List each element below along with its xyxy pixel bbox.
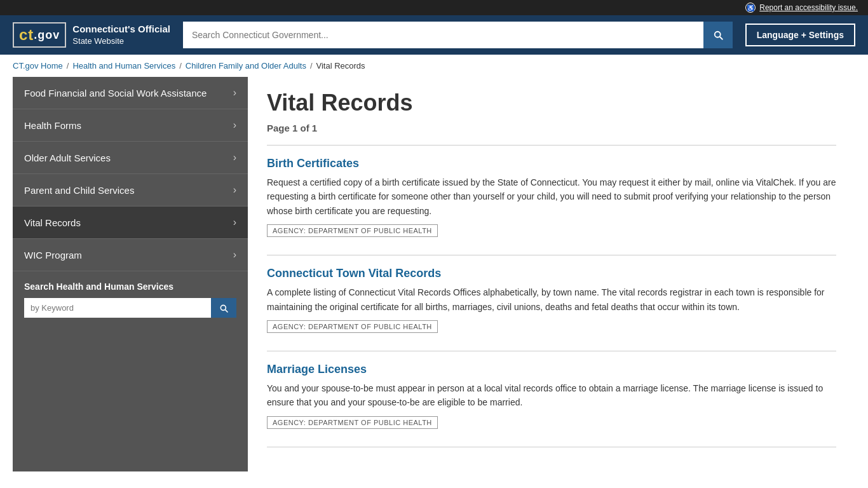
ct-town-vital-records-desc: A complete listing of Connecticut Vital …	[267, 285, 836, 314]
global-search-input[interactable]	[183, 22, 703, 48]
birth-certificates-desc: Request a certified copy of a birth cert…	[267, 175, 836, 218]
birth-certificates-agency: AGENCY: DEPARTMENT OF PUBLIC HEALTH	[267, 224, 438, 237]
sidebar-item-parent-child-label: Parent and Child Services	[24, 185, 134, 196]
chevron-right-icon: ›	[233, 87, 236, 98]
site-header: ct.gov Connecticut's Official State Webs…	[0, 15, 868, 55]
page-title: Vital Records	[267, 90, 836, 116]
sidebar-search-section: Search Health and Human Services	[13, 271, 248, 328]
main-layout: Food Financial and Social Work Assistanc…	[0, 77, 868, 484]
accessibility-icon: ♿	[745, 3, 756, 13]
accessibility-link[interactable]: Report an accessibility issue.	[759, 3, 858, 12]
logo-area: ct.gov Connecticut's Official State Webs…	[13, 22, 170, 48]
breadcrumb: CT.gov Home / Health and Human Services …	[0, 55, 868, 77]
divider	[267, 255, 836, 255]
divider	[267, 447, 836, 447]
breadcrumb-sep-1: /	[67, 61, 69, 71]
ct-town-vital-records-agency: AGENCY: DEPARTMENT OF PUBLIC HEALTH	[267, 320, 438, 333]
logo[interactable]: ct.gov	[13, 22, 66, 48]
search-icon	[219, 303, 229, 313]
breadcrumb-home[interactable]: CT.gov Home	[13, 61, 63, 71]
global-search-area	[183, 22, 733, 48]
sidebar-item-food[interactable]: Food Financial and Social Work Assistanc…	[13, 77, 248, 109]
list-item: Marriage Licenses You and your spouse-to…	[267, 363, 836, 431]
sidebar-item-wic[interactable]: WIC Program ›	[13, 239, 248, 271]
sidebar: Food Financial and Social Work Assistanc…	[13, 77, 248, 471]
sidebar-item-vital-records-label: Vital Records	[24, 217, 81, 228]
chevron-right-icon: ›	[233, 184, 236, 196]
marriage-licenses-agency: AGENCY: DEPARTMENT OF PUBLIC HEALTH	[267, 416, 438, 429]
marriage-licenses-link[interactable]: Marriage Licenses	[267, 363, 836, 376]
breadcrumb-sep-2: /	[179, 61, 182, 71]
divider	[267, 351, 836, 351]
global-search-button[interactable]	[703, 22, 733, 48]
chevron-right-icon: ›	[233, 217, 236, 228]
content-area: Vital Records Page 1 of 1 Birth Certific…	[248, 77, 855, 471]
language-settings-button[interactable]: Language + Settings	[745, 24, 855, 46]
sidebar-search-row	[24, 298, 236, 318]
sidebar-item-wic-label: WIC Program	[24, 250, 82, 261]
sidebar-search-input[interactable]	[24, 298, 211, 318]
logo-ct-text: ct	[19, 26, 34, 44]
breadcrumb-current: Vital Records	[316, 61, 365, 71]
accessibility-bar: ♿ Report an accessibility issue.	[0, 0, 868, 15]
sidebar-item-older-adult-label: Older Adult Services	[24, 152, 111, 163]
list-item: Connecticut Town Vital Records A complet…	[267, 267, 836, 336]
sidebar-search-label: Search Health and Human Services	[24, 281, 236, 292]
sidebar-item-vital-records[interactable]: Vital Records ›	[13, 207, 248, 239]
breadcrumb-sep-3: /	[310, 61, 313, 71]
ct-town-vital-records-link[interactable]: Connecticut Town Vital Records	[267, 267, 836, 280]
page-count: Page 1 of 1	[267, 123, 836, 133]
sidebar-item-health-forms[interactable]: Health Forms ›	[13, 109, 248, 142]
breadcrumb-children[interactable]: Children Family and Older Adults	[186, 61, 306, 71]
sidebar-search-button[interactable]	[211, 298, 236, 318]
search-icon	[712, 29, 724, 41]
sidebar-item-health-forms-label: Health Forms	[24, 120, 81, 131]
marriage-licenses-desc: You and your spouse-to-be must appear in…	[267, 381, 836, 410]
divider	[267, 145, 836, 146]
breadcrumb-health[interactable]: Health and Human Services	[72, 61, 175, 71]
chevron-right-icon: ›	[233, 249, 236, 261]
list-item: Birth Certificates Request a certified c…	[267, 157, 836, 240]
site-name: Connecticut's Official State Website	[72, 22, 170, 47]
sidebar-item-older-adult[interactable]: Older Adult Services ›	[13, 142, 248, 174]
chevron-right-icon: ›	[233, 152, 236, 163]
logo-gov-text: .gov	[34, 29, 60, 42]
sidebar-item-parent-child[interactable]: Parent and Child Services ›	[13, 174, 248, 207]
birth-certificates-link[interactable]: Birth Certificates	[267, 157, 836, 170]
chevron-right-icon: ›	[233, 119, 236, 131]
sidebar-item-food-label: Food Financial and Social Work Assistanc…	[24, 88, 207, 98]
